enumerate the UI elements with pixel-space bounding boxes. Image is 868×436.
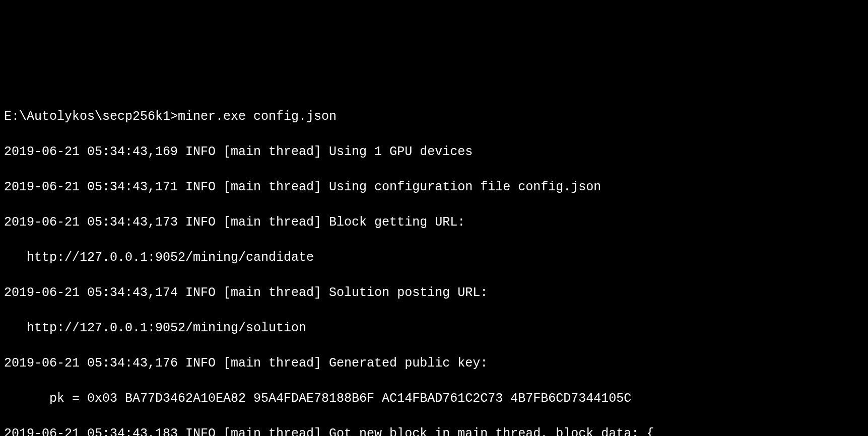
terminal-line: 2019-06-21 05:34:43,171 INFO [main threa… xyxy=(4,178,864,196)
terminal-line: 2019-06-21 05:34:43,173 INFO [main threa… xyxy=(4,213,864,231)
terminal-line: pk = 0x03 BA77D3462A10EA82 95A4FDAE78188… xyxy=(4,390,864,407)
terminal-line: 2019-06-21 05:34:43,169 INFO [main threa… xyxy=(4,143,864,161)
terminal-line: 2019-06-21 05:34:43,174 INFO [main threa… xyxy=(4,284,864,302)
terminal-output: E:\Autolykos\secp256k1>miner.exe config.… xyxy=(4,72,864,436)
terminal-line: http://127.0.0.1:9052/mining/solution xyxy=(4,319,864,337)
terminal-line: 2019-06-21 05:34:43,176 INFO [main threa… xyxy=(4,354,864,372)
terminal-command-line: E:\Autolykos\secp256k1>miner.exe config.… xyxy=(4,108,864,125)
terminal-line: http://127.0.0.1:9052/mining/candidate xyxy=(4,249,864,266)
terminal-line: 2019-06-21 05:34:43,183 INFO [main threa… xyxy=(4,425,864,436)
